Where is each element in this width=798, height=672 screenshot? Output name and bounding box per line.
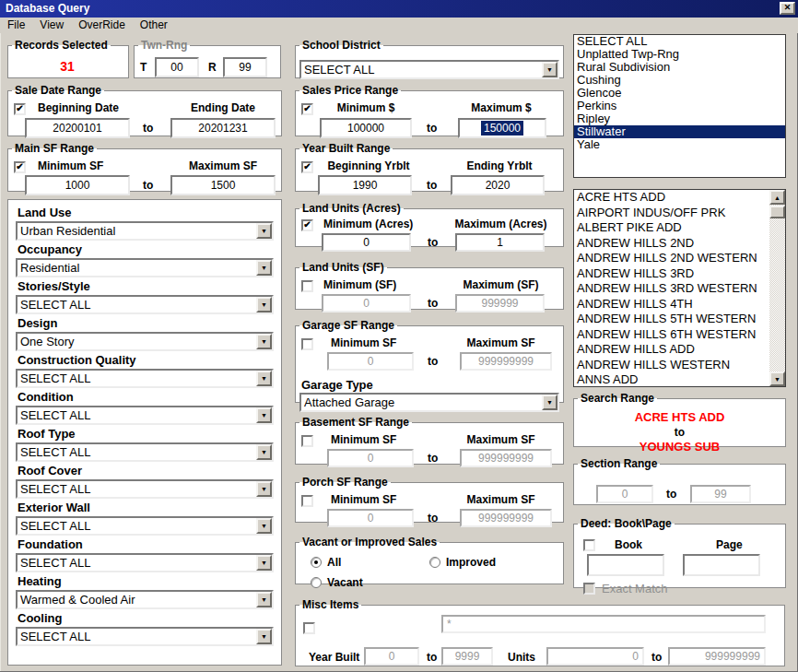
list-item-selected[interactable]: Stillwater: [574, 125, 785, 138]
garage-sf-checkbox[interactable]: [301, 338, 313, 350]
dropdown-button[interactable]: ▼: [256, 555, 272, 571]
page-input[interactable]: [683, 554, 760, 576]
maximum-sf-label: Maximum SF: [448, 336, 554, 349]
dropdown-button[interactable]: ▼: [256, 592, 272, 607]
school-district-dropdown-button[interactable]: ▼: [542, 62, 557, 77]
list-item[interactable]: ALBERT PIKE ADD: [574, 220, 769, 236]
maximum-sf-label: Maximum SF: [448, 433, 554, 446]
list-item[interactable]: ACRE HTS ADD: [574, 190, 769, 206]
list-item[interactable]: ANDREW HILLS 6TH WESTERN: [574, 327, 769, 343]
menu-other[interactable]: Other: [133, 18, 175, 33]
district-listbox[interactable]: SELECT ALL Unplatted Twp-Rng Rural Subdi…: [573, 34, 786, 178]
subdivision-scrollbar[interactable]: ▲ ▼: [769, 190, 785, 386]
book-input[interactable]: [587, 554, 664, 576]
list-item[interactable]: ANDREW HILLS 5TH WESTERN: [574, 312, 769, 327]
scrollbar-thumb[interactable]: [769, 206, 785, 218]
scroll-up-button[interactable]: ▲: [769, 190, 785, 205]
subdivision-listbox[interactable]: ACRE HTS ADD AIRPORT INDUS/OFF PRK ALBER…: [573, 189, 786, 387]
dropdown-button[interactable]: ▼: [256, 260, 272, 276]
minimum-sf-input[interactable]: 1000: [25, 175, 130, 195]
ending-date-input[interactable]: 20201231: [170, 118, 276, 138]
list-item[interactable]: Perkins: [574, 100, 785, 112]
ending-yrblt-input[interactable]: 2020: [451, 175, 545, 195]
dropdown-button[interactable]: ▼: [256, 297, 272, 312]
list-item[interactable]: AIRPORT INDUS/OFF PRK: [574, 206, 769, 221]
menu-override[interactable]: OverRide: [71, 18, 133, 33]
garage-type-label: Garage Type: [301, 378, 373, 392]
list-item[interactable]: ANDREW HILLS ADD: [574, 342, 769, 358]
design-combobox[interactable]: One Story▼: [16, 332, 274, 351]
menu-view[interactable]: View: [32, 18, 71, 33]
list-item[interactable]: Unplatted Twp-Rng: [574, 48, 785, 61]
school-district-combobox[interactable]: SELECT ALL ▼: [299, 60, 559, 79]
minimum-price-input[interactable]: 100000: [320, 118, 412, 138]
school-district-group: School District SELECT ALL ▼: [295, 40, 564, 78]
construction-quality-combobox[interactable]: SELECT ALL▼: [16, 369, 274, 388]
list-item[interactable]: Rural Subdivision: [574, 61, 785, 74]
list-item[interactable]: Cushing: [574, 74, 785, 87]
maximum-sf-input[interactable]: 1500: [170, 175, 276, 195]
scroll-down-button[interactable]: ▼: [769, 371, 785, 386]
dropdown-button[interactable]: ▼: [256, 223, 272, 239]
list-item[interactable]: ANDREW HILLS 4TH: [574, 297, 769, 312]
radio-vacant[interactable]: [311, 577, 322, 588]
main-sf-checkbox[interactable]: ✔: [14, 161, 26, 173]
garage-type-combobox[interactable]: Attached Garage ▼: [299, 393, 559, 412]
foundation-combobox[interactable]: SELECT ALL▼: [16, 553, 274, 572]
to-label: to: [428, 355, 438, 368]
dropdown-button[interactable]: ▼: [256, 629, 272, 644]
beginning-yrblt-label: Beginning Yrblt: [318, 159, 419, 172]
list-item[interactable]: ANDREW HILLS 2ND WESTERN: [574, 251, 769, 266]
land-units-sf-checkbox[interactable]: [301, 280, 313, 292]
condition-combobox[interactable]: SELECT ALL▼: [16, 406, 274, 425]
close-button[interactable]: ✕: [780, 2, 795, 15]
land-units-sf-group: Land Units (SF) Minimum (SF) Maximum (SF…: [295, 262, 564, 310]
dropdown-button[interactable]: ▼: [256, 371, 272, 386]
to-label: to: [428, 297, 438, 310]
scrollbar-track[interactable]: [769, 205, 785, 371]
cooling-combobox[interactable]: SELECT ALL▼: [16, 627, 274, 646]
minimum-acres-input[interactable]: 0: [322, 233, 411, 252]
radio-improved[interactable]: [429, 557, 440, 568]
list-item[interactable]: ANDREW HILLS 3RD: [574, 266, 769, 282]
heating-combobox[interactable]: Warmed & Cooled Air▼: [16, 590, 274, 609]
sales-price-checkbox[interactable]: ✔: [301, 103, 313, 115]
maximum-price-input[interactable]: 150000: [458, 118, 546, 138]
land-units-acres-checkbox[interactable]: ✔: [301, 219, 313, 231]
list-item[interactable]: Ripley: [574, 112, 785, 125]
roof-type-label: Roof Type: [18, 427, 274, 441]
basement-sf-checkbox[interactable]: [301, 435, 313, 447]
beginning-date-input[interactable]: 20200101: [25, 118, 130, 138]
school-district-value: SELECT ALL: [301, 62, 542, 77]
year-built-checkbox[interactable]: ✔: [301, 161, 313, 173]
porch-sf-checkbox[interactable]: [301, 495, 313, 507]
list-item[interactable]: ANNS ADD: [574, 372, 769, 387]
dropdown-button[interactable]: ▼: [542, 395, 557, 410]
sale-date-checkbox[interactable]: ✔: [14, 103, 26, 115]
occupancy-combobox[interactable]: Residential▼: [16, 258, 274, 277]
land-use-combobox[interactable]: Urban Residential▼: [16, 221, 274, 241]
dropdown-button[interactable]: ▼: [256, 444, 272, 460]
radio-all-label: All: [327, 556, 341, 569]
twn-rng-label: Twn-Rng: [138, 40, 190, 52]
misc-items-checkbox[interactable]: [303, 622, 315, 634]
list-item[interactable]: ANDREW HILLS 3RD WESTERN: [574, 281, 769, 297]
dropdown-button[interactable]: ▼: [256, 481, 272, 497]
menu-file[interactable]: File: [0, 18, 32, 33]
roof-type-combobox[interactable]: SELECT ALL▼: [16, 442, 274, 462]
exterior-wall-combobox[interactable]: SELECT ALL▼: [16, 516, 274, 536]
dropdown-button[interactable]: ▼: [256, 407, 272, 423]
radio-all[interactable]: [311, 557, 322, 568]
list-item[interactable]: ANDREW HILLS WESTERN: [574, 358, 769, 373]
deed-checkbox[interactable]: [583, 539, 595, 551]
list-item[interactable]: Yale: [574, 138, 785, 151]
stories-style-combobox[interactable]: SELECT ALL▼: [16, 295, 274, 314]
dropdown-button[interactable]: ▼: [256, 518, 272, 534]
beginning-yrblt-input[interactable]: 1990: [318, 175, 412, 195]
list-item[interactable]: SELECT ALL: [574, 35, 785, 48]
roof-cover-combobox[interactable]: SELECT ALL▼: [16, 479, 274, 499]
list-item[interactable]: ANDREW HILLS 2ND: [574, 236, 769, 252]
list-item[interactable]: Glencoe: [574, 87, 785, 100]
maximum-acres-input[interactable]: 1: [455, 233, 545, 252]
dropdown-button[interactable]: ▼: [256, 334, 272, 349]
